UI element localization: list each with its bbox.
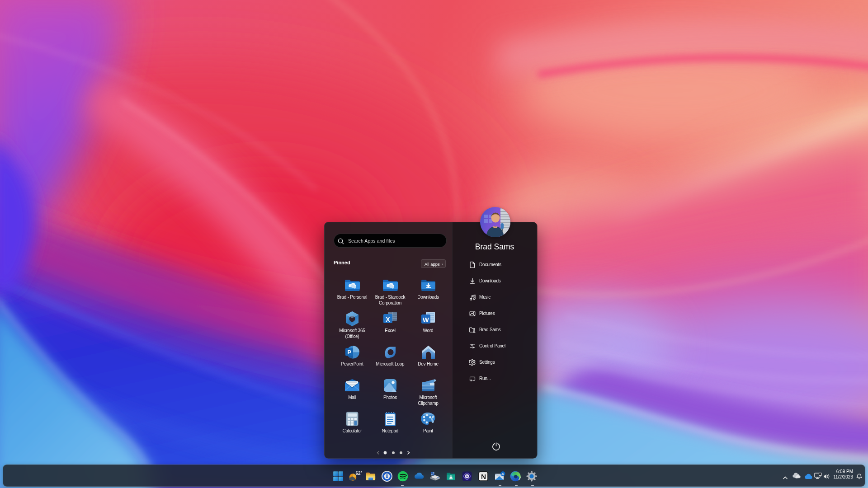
svg-text:P: P: [347, 349, 351, 355]
svg-text:W: W: [423, 316, 429, 324]
svg-text:62°: 62°: [356, 471, 363, 476]
svg-text:X: X: [386, 316, 390, 323]
svg-text:4: 4: [502, 472, 504, 476]
svg-text:N: N: [481, 473, 486, 480]
